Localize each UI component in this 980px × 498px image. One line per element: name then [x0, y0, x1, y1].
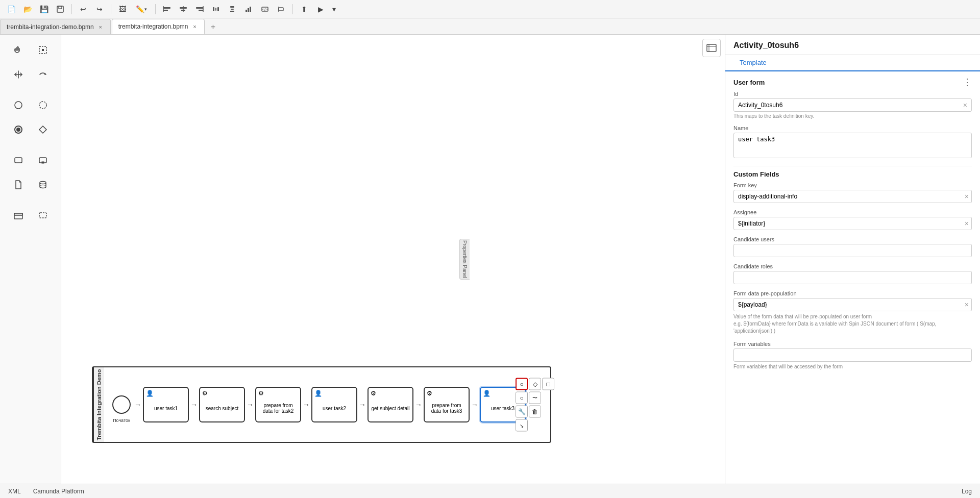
- ctx-arrow-button[interactable]: ↘: [516, 419, 528, 432]
- template-tab[interactable]: Template: [733, 55, 773, 71]
- more-options-button[interactable]: ⋮: [963, 78, 972, 87]
- assignee-input[interactable]: [733, 217, 972, 230]
- redo-button[interactable]: ↪: [92, 2, 107, 16]
- task5-label: get subject detail: [371, 406, 409, 411]
- svg-rect-24: [39, 46, 46, 54]
- rect-tool-button[interactable]: [7, 149, 30, 171]
- tab-main[interactable]: trembita-integration.bpmn ×: [112, 19, 205, 34]
- task-search-subject[interactable]: ⚙ search subject: [199, 387, 245, 422]
- space-tool-button[interactable]: [7, 63, 30, 86]
- id-clear-button[interactable]: ×: [963, 102, 967, 109]
- task5-icon: ⚙: [371, 390, 376, 397]
- db-tool-button[interactable]: [32, 173, 54, 196]
- ctx-wave-button[interactable]: 〜: [529, 392, 541, 404]
- task-user-task1[interactable]: 👤 user task1: [143, 387, 189, 422]
- save-as-button[interactable]: [53, 2, 67, 16]
- main-toolbar: 📄 📂 💾 ↩ ↪ 🖼 ✏️ ▾ </> ⬆ ▶ ▾: [0, 0, 980, 18]
- arrow-4: →: [357, 401, 368, 409]
- tool-row-7: [7, 204, 54, 227]
- ctx-circle2-button[interactable]: ○: [516, 392, 528, 404]
- circle-tool-button[interactable]: [7, 94, 30, 116]
- save-button[interactable]: 💾: [37, 2, 51, 16]
- form-data-clear[interactable]: ×: [965, 301, 969, 308]
- svg-rect-35: [14, 213, 22, 219]
- ctx-trash-button[interactable]: 🗑: [529, 406, 541, 418]
- align-right-button[interactable]: [192, 2, 207, 16]
- embed-button[interactable]: </>: [258, 2, 272, 16]
- select-tool-button[interactable]: [32, 39, 54, 61]
- id-input-container: ×: [733, 98, 972, 112]
- context-menu-row1: ○ ◇ □: [516, 378, 554, 390]
- doc-tool-button[interactable]: [7, 173, 30, 196]
- form-key-input[interactable]: [733, 190, 972, 203]
- filled-circle-tool-button[interactable]: [7, 118, 30, 141]
- ctx-rect-button[interactable]: □: [542, 378, 554, 390]
- align-center-button[interactable]: [176, 2, 190, 16]
- run-button[interactable]: ▶: [313, 2, 328, 16]
- run-dropdown-button[interactable]: ▾: [330, 2, 338, 16]
- name-input[interactable]: user task3: [733, 133, 972, 158]
- connect-tool-button[interactable]: [32, 63, 54, 86]
- flag-button[interactable]: [274, 2, 288, 16]
- task-user-task2[interactable]: 👤 user task2: [311, 387, 357, 422]
- canvas[interactable]: Properties Panel Trembita Integration De…: [61, 35, 725, 484]
- tab-demo[interactable]: trembita-integration-demo.bpmn ×: [0, 19, 111, 34]
- task-get-subject[interactable]: ⚙ get subject detail: [368, 387, 413, 422]
- assignee-clear[interactable]: ×: [965, 220, 969, 227]
- arrow-5: →: [413, 401, 424, 409]
- task-prepare-task3[interactable]: ⚙ prepare from data for task3: [424, 387, 470, 422]
- tab-main-close[interactable]: ×: [191, 23, 198, 30]
- svg-rect-18: [248, 8, 249, 12]
- task1-icon: 👤: [146, 390, 154, 397]
- diamond-tool-button[interactable]: [32, 118, 54, 141]
- tab-demo-close[interactable]: ×: [97, 23, 104, 31]
- form-variables-field: Form variables Form variables that will …: [733, 341, 972, 369]
- distribute-h-button[interactable]: [209, 2, 223, 16]
- ctx-wrench-button[interactable]: 🔧: [516, 406, 528, 418]
- minimap-button[interactable]: [702, 39, 721, 57]
- bpmn-pool: Trembita Integration Demo Початок → 👤 us…: [92, 366, 551, 443]
- main-area: Properties Panel Trembita Integration De…: [0, 35, 980, 484]
- dashed-rect-tool-button[interactable]: [32, 204, 54, 227]
- svg-rect-11: [213, 7, 214, 11]
- start-event[interactable]: [112, 395, 131, 414]
- new-button[interactable]: 📄: [4, 2, 18, 16]
- hand-tool-button[interactable]: [7, 39, 30, 61]
- distribute-v-button[interactable]: [225, 2, 239, 16]
- svg-rect-12: [215, 8, 216, 11]
- form-data-input[interactable]: [733, 298, 972, 311]
- form-key-field: Form key ×: [733, 182, 972, 203]
- chart-button[interactable]: [241, 2, 256, 16]
- svg-rect-38: [707, 44, 716, 52]
- form-variables-input[interactable]: [733, 348, 972, 362]
- pen-dropdown-button[interactable]: ✏️ ▾: [132, 2, 151, 16]
- image-button[interactable]: 🖼: [115, 2, 130, 16]
- svg-rect-29: [15, 158, 22, 163]
- log-button[interactable]: Log: [962, 488, 972, 495]
- sep1: [71, 4, 72, 14]
- ctx-circle-button[interactable]: ○: [516, 378, 528, 390]
- deploy-button[interactable]: ⬆: [297, 2, 311, 16]
- xml-label[interactable]: XML: [8, 488, 21, 495]
- align-left-button[interactable]: [160, 2, 174, 16]
- user-form-section: User form ⋮ Id × This maps to the task d…: [725, 71, 980, 382]
- open-button[interactable]: 📂: [20, 2, 35, 16]
- form-key-clear[interactable]: ×: [965, 193, 969, 200]
- undo-button[interactable]: ↩: [76, 2, 90, 16]
- form-variables-label: Form variables: [733, 341, 972, 347]
- tools-panel: [0, 35, 61, 484]
- container-tool-button[interactable]: [7, 204, 30, 227]
- context-menu-row3: 🔧 🗑: [516, 406, 554, 418]
- subprocess-tool-button[interactable]: [32, 149, 54, 171]
- properties-panel-collapse[interactable]: Properties Panel: [459, 239, 470, 280]
- candidate-roles-input[interactable]: [733, 271, 972, 284]
- ctx-diamond-button[interactable]: ◇: [529, 378, 541, 390]
- candidate-users-input[interactable]: [733, 244, 972, 257]
- id-input[interactable]: [738, 102, 963, 109]
- tool-row-3: [7, 94, 54, 116]
- pool-content: Початок → 👤 user task1 → ⚙ search subjec…: [104, 367, 550, 442]
- id-field: Id × This maps to the task definition ke…: [733, 91, 972, 119]
- task-prepare-task2[interactable]: ⚙ prepare from data for task2: [255, 387, 301, 422]
- add-tab-button[interactable]: +: [206, 20, 220, 34]
- dashed-circle-tool-button[interactable]: [32, 94, 54, 116]
